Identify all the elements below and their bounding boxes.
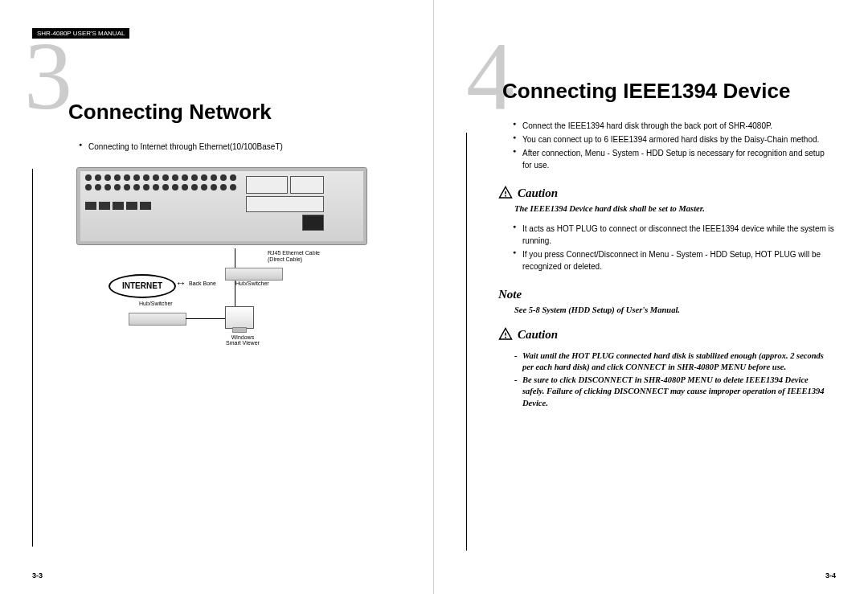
caution-2-item: Wait until the HOT PLUG connected hard d… xyxy=(514,350,828,373)
caution-label: Caution xyxy=(518,328,558,342)
section-title-network: Connecting Network xyxy=(32,100,401,125)
bullet-item: After connection, Menu - System - HDD Se… xyxy=(514,147,836,171)
note-text: See 5-8 System (HDD Setup) of User's Man… xyxy=(514,305,828,316)
right-rule xyxy=(466,133,467,551)
bullet-item: Connect the IEEE1394 hard disk through t… xyxy=(514,120,836,132)
ieee-bullets-1: Connect the IEEE1394 hard disk through t… xyxy=(466,120,836,171)
internet-oval: INTERNET xyxy=(108,274,176,298)
caution-2-item: Be sure to click DISCONNECT in SHR-4080P… xyxy=(514,375,828,409)
caution-1: Caution xyxy=(498,186,836,200)
viewer-label-1: Windows xyxy=(231,334,254,340)
dvr-rear-panel xyxy=(76,167,367,245)
hub-bottom xyxy=(129,313,186,326)
note-label: Note xyxy=(498,288,522,301)
caution-label: Caution xyxy=(518,186,558,200)
note-block: Note xyxy=(498,287,836,301)
rj45-label-1: RJ45 Ethernet Cable xyxy=(268,250,320,256)
arrow-icon: ↔ xyxy=(175,277,186,289)
caution-2-list: Wait until the HOT PLUG connected hard d… xyxy=(514,350,828,409)
svg-point-1 xyxy=(505,195,506,197)
svg-point-3 xyxy=(505,337,506,338)
viewer-label-2: Smart Viewer xyxy=(226,340,260,346)
section-number-4: 4 xyxy=(466,28,514,125)
hub-top xyxy=(225,268,283,281)
network-diagram: RJ45 Ethernet Cable (Direct Cable) INTER… xyxy=(76,167,398,363)
left-rule xyxy=(32,169,33,547)
bullet-item: If you press Connect/Disconnect in Menu … xyxy=(514,248,836,272)
rj45-label-2: (Direct Cable) xyxy=(268,256,302,262)
page-number-right: 3-4 xyxy=(825,571,836,580)
page-spread: SHR-4080P USER'S MANUAL 3 Connecting Net… xyxy=(0,0,868,594)
network-bullets: Connecting to Internet through Ethernet(… xyxy=(32,141,401,153)
warning-icon xyxy=(498,186,513,200)
bullet-item: Connecting to Internet through Ethernet(… xyxy=(80,141,401,153)
page-number-left: 3-3 xyxy=(32,571,43,580)
bullet-item: You can connect up to 6 IEEE1394 armored… xyxy=(514,133,836,145)
caution-2: Caution xyxy=(498,327,836,342)
section-title-ieee1394: Connecting IEEE1394 Device xyxy=(466,79,836,104)
page-left: SHR-4080P USER'S MANUAL 3 Connecting Net… xyxy=(0,0,434,594)
ieee-bullets-2: It acts as HOT PLUG to connect or discon… xyxy=(466,223,836,272)
hub-label-top: Hub/Switcher xyxy=(235,281,269,286)
caution-1-text: The IEEE1394 Device hard disk shall be s… xyxy=(514,203,828,215)
page-right: 4 Connecting IEEE1394 Device Connect the… xyxy=(434,0,868,594)
bullet-item: It acts as HOT PLUG to connect or discon… xyxy=(514,223,836,247)
hub-label-bottom: Hub/Switcher xyxy=(139,301,173,306)
monitor-icon xyxy=(225,306,254,329)
warning-icon xyxy=(498,327,513,342)
backbone-label: Back Bone xyxy=(189,281,216,286)
